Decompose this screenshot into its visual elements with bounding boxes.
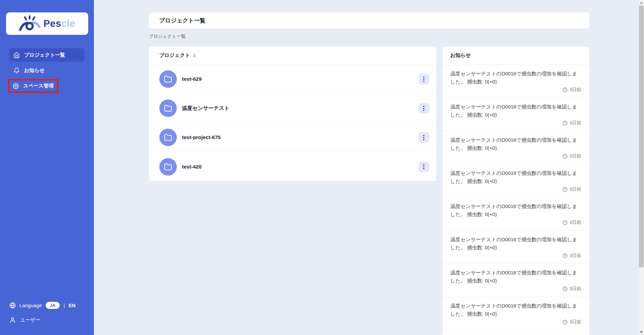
notifications-card: お知らせ 温度センサーテストのD0016で捕虫数の増加を確認しました。 捕虫数:… [442, 47, 589, 335]
notification-item[interactable]: 温度センサーテストのD0016で捕虫数の増加を確認しました。 捕虫数: 0(+0… [442, 131, 589, 164]
main-area: プロジェクト一覧 プロジェクト一覧 プロジェクト 4 test-629 温度セン… [94, 0, 644, 335]
notification-item[interactable]: 温度センサーテストのD0016で捕虫数の増加を確認しました。 捕虫数: 0(+0… [442, 230, 589, 264]
language-separator: | [63, 303, 65, 308]
notification-message: 温度センサーテストのD0016で捕虫数の増加を確認しました。 捕虫数: 0(+0… [450, 169, 581, 185]
notification-item[interactable]: 温度センサーテストのD0016で捕虫数の増加を確認しました。 捕虫数: 0(+0… [442, 164, 589, 197]
notification-time-row: 3日前 [450, 252, 581, 259]
scrollbar-down-arrow[interactable] [639, 329, 644, 335]
project-row[interactable]: test-629 [149, 65, 436, 94]
projects-card-header: プロジェクト 4 [149, 47, 436, 65]
folder-avatar [159, 99, 177, 117]
notification-time-row: 3日前 [450, 186, 581, 193]
page-scrollbar[interactable] [639, 0, 644, 335]
user-menu[interactable]: ユーザー [9, 316, 94, 324]
app-root: Pescle プロジェクト一覧 お知らせ スペース管理 Language JA … [0, 0, 644, 335]
notification-time: 3日前 [570, 87, 581, 93]
scrollbar-thumb[interactable] [639, 6, 644, 267]
notification-time-row: 3日前 [450, 120, 581, 126]
language-ja-button[interactable]: JA [46, 302, 60, 309]
folder-avatar [159, 129, 177, 146]
notification-time-row: 3日前 [450, 86, 581, 93]
notification-time: 3日前 [570, 153, 581, 159]
sidebar-item-label: スペース管理 [23, 83, 54, 89]
notification-message: 温度センサーテストのD0016で捕虫数の増加を確認しました。 捕虫数: 0(+0… [450, 136, 581, 152]
folder-icon [164, 75, 172, 83]
project-menu-button[interactable] [419, 74, 429, 84]
page-title-card: プロジェクト一覧 [149, 12, 589, 29]
notifications-card-header: お知らせ [442, 47, 589, 65]
folder-avatar [159, 70, 177, 88]
projects-card: プロジェクト 4 test-629 温度センサーテスト test-project… [149, 47, 436, 181]
notification-time: 3日前 [570, 186, 581, 192]
clock-icon [562, 220, 568, 225]
project-menu-button[interactable] [419, 132, 429, 143]
notification-item[interactable]: 温度センサーテストのD0016で捕虫数の増加を確認しました。 捕虫数: 0(+0… [442, 197, 589, 230]
project-menu-button[interactable] [419, 161, 429, 172]
notifications-title: お知らせ [450, 52, 471, 59]
project-name: test-project-675 [182, 134, 221, 140]
logo[interactable]: Pescle [6, 12, 88, 35]
logo-text: Pescle [44, 18, 75, 29]
notification-time: 3日前 [570, 286, 581, 292]
sidebar: Pescle プロジェクト一覧 お知らせ スペース管理 Language JA … [0, 0, 94, 335]
project-row[interactable]: 温度センサーテスト [149, 94, 436, 123]
globe-icon [9, 302, 16, 309]
user-label: ユーザー [20, 317, 41, 323]
sidebar-bottom: Language JA | EN ユーザー [0, 301, 94, 335]
person-icon [9, 317, 16, 323]
project-row[interactable]: test-420 [149, 152, 436, 181]
notification-time: 3日前 [570, 253, 581, 259]
clock-icon [562, 253, 568, 258]
notification-time-row: 3日前 [450, 153, 581, 159]
clock-icon [562, 320, 568, 325]
notification-item[interactable]: 温度センサーテストのD0016で捕虫数の増加を確認しました。 捕虫数: 0(+0… [442, 65, 589, 98]
kebab-menu-icon [423, 135, 424, 136]
sidebar-item-space-management[interactable]: スペース管理 [8, 79, 58, 93]
notification-time: 3日前 [570, 120, 581, 126]
notification-message: 温度センサーテストのD0016で捕虫数の増加を確認しました。 捕虫数: 0(+0… [450, 202, 581, 218]
sidebar-item-label: お知らせ [24, 67, 45, 74]
folder-icon [164, 133, 172, 141]
notification-item[interactable]: 温度センサーテストのD0016で捕虫数の増加を確認しました。 捕虫数: 0(+0… [442, 98, 589, 131]
notification-message: 温度センサーテストのD0016で捕虫数の増加を確認しました。 捕虫数: 0(+0… [450, 103, 581, 119]
language-switcher: Language JA | EN [9, 301, 94, 310]
notification-list: 温度センサーテストのD0016で捕虫数の増加を確認しました。 捕虫数: 0(+0… [442, 65, 589, 330]
project-name: 温度センサーテスト [182, 105, 230, 112]
notification-time-row: 3日前 [450, 219, 581, 226]
project-name: test-420 [182, 164, 202, 170]
clock-icon [562, 286, 568, 291]
scrollbar-up-arrow[interactable] [639, 0, 644, 6]
sidebar-item-notifications[interactable]: お知らせ [9, 64, 85, 77]
project-row[interactable]: test-project-675 [149, 123, 436, 152]
eye-logo-icon [19, 15, 41, 32]
notification-time: 3日前 [570, 319, 581, 325]
folder-avatar [159, 158, 177, 176]
breadcrumb[interactable]: プロジェクト一覧 [149, 34, 186, 40]
folder-icon [164, 104, 172, 112]
clock-icon [562, 121, 568, 126]
language-en-button[interactable]: EN [68, 303, 75, 308]
page-title: プロジェクト一覧 [159, 17, 206, 24]
project-list: test-629 温度センサーテスト test-project-675 test… [149, 65, 436, 181]
project-menu-button[interactable] [419, 103, 429, 114]
home-icon [13, 52, 20, 58]
kebab-menu-icon [423, 77, 424, 78]
notification-item[interactable]: 温度センサーテストのD0016で捕虫数の増加を確認しました。 捕虫数: 0(+0… [442, 297, 589, 330]
kebab-menu-icon [423, 106, 424, 107]
sidebar-nav: プロジェクト一覧 お知らせ スペース管理 [0, 48, 94, 95]
up-triangle-icon [640, 2, 643, 4]
bell-icon [13, 67, 20, 74]
notification-message: 温度センサーテストのD0016で捕虫数の増加を確認しました。 捕虫数: 0(+0… [450, 269, 581, 285]
projects-count: 4 [193, 53, 196, 58]
clock-icon [562, 154, 568, 159]
notification-item[interactable]: 温度センサーテストのD0016で捕虫数の増加を確認しました。 捕虫数: 0(+0… [442, 264, 589, 297]
sidebar-item-projects[interactable]: プロジェクト一覧 [9, 48, 85, 62]
down-triangle-icon [640, 331, 643, 333]
notification-time-row: 3日前 [450, 285, 581, 292]
language-label: Language [19, 303, 42, 308]
folder-icon [164, 163, 172, 171]
notification-message: 温度センサーテストのD0016で捕虫数の増加を確認しました。 捕虫数: 0(+0… [450, 70, 581, 86]
clock-icon [562, 87, 568, 92]
clock-icon [562, 187, 568, 192]
projects-title: プロジェクト [159, 52, 190, 59]
